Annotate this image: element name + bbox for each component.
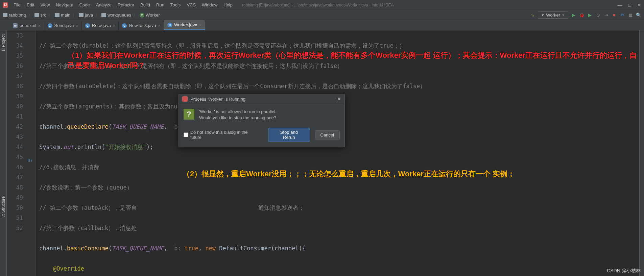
dialog-message: 'Worker' is not allowed to run in parall… [199,109,277,121]
process-running-dialog: Process 'Worker' Is Running ✕ ? 'Worker'… [178,94,345,147]
dont-show-checkbox[interactable]: Do not show this dialog in the future [184,130,259,140]
run-config-selector[interactable]: ▾ Worker ▾ [538,11,568,19]
close-icon[interactable]: × [199,23,201,27]
stop-icon[interactable]: ■ [612,12,617,18]
project-structure-icon[interactable]: ▦ [628,12,633,18]
attach-icon[interactable]: ⇥ [603,12,609,18]
crumb-root[interactable]: rabbitmq [3,12,26,18]
menu-file[interactable]: File [11,1,23,9]
tab-recv[interactable]: CRecv.java× [82,21,119,30]
close-icon[interactable]: ✕ [637,2,641,8]
menu-analyze[interactable]: Analyze [93,1,114,9]
maximize-icon[interactable]: □ [628,2,631,8]
menu-tools[interactable]: Tools [168,1,183,9]
menu-navigate[interactable]: Navigate [53,1,76,9]
menu-bar: File Edit View Navigate Code Analyze Ref… [11,1,235,9]
question-icon: ? [184,109,194,120]
app-icon [182,96,188,102]
nav-bar: rabbitmq〉 src〉 main〉 java〉 workqueues〉 C… [0,10,644,20]
crumb-src[interactable]: src [34,12,46,18]
tool-project[interactable]: 1: Project [0,33,6,53]
menu-edit[interactable]: Edit [24,1,37,9]
editor-tabs: mpom.xml× CSend.java× CRecv.java× CNewTa… [0,20,644,30]
close-icon[interactable]: × [76,24,78,28]
tab-worker[interactable]: CWorker.java× [164,20,205,30]
crumb-main[interactable]: main [55,12,70,18]
crumb-pkg[interactable]: workqueues [101,12,131,18]
tab-newtask[interactable]: CNewTask.java× [119,21,164,30]
override-gutter-icon[interactable]: O↑ [28,155,32,166]
close-icon[interactable]: × [113,24,115,28]
run-config-label: Worker [546,12,560,18]
cancel-button[interactable]: Cancel [315,130,340,140]
crumb-java[interactable]: java [79,12,93,18]
line-number-gutter: 3334353637383940414243444546474849505152 [7,30,27,276]
left-tool-gutter: 1: Project 7: Structure [0,30,7,276]
tab-pom[interactable]: mpom.xml× [9,21,44,30]
watermark: CSDN @小桔林 [607,268,641,274]
dialog-title-text: Process 'Worker' Is Running [190,97,245,102]
minimize-icon[interactable]: — [618,2,622,8]
stop-and-rerun-button[interactable]: Stop and Rerun [268,128,310,142]
run-icon[interactable]: ▶ [571,12,576,18]
close-icon[interactable]: ✕ [337,96,341,102]
menu-help[interactable]: Help [221,1,235,9]
build-icon[interactable]: ↘ [530,12,535,18]
chevron-down-icon: ▾ [542,12,544,18]
tab-send[interactable]: CSend.java× [44,21,82,30]
close-icon[interactable]: × [158,24,160,28]
search-icon[interactable]: 🔍 [636,12,641,18]
menu-code[interactable]: Code [77,1,93,9]
fold-gutter[interactable] [27,30,36,276]
app-icon: IJ [3,2,8,8]
annotation-1: （1）如果我们在Worker正在运行的时候，再次运行Worker类（心里的想法是… [68,50,644,71]
debug-icon[interactable]: 🐞 [579,12,585,18]
menu-build[interactable]: Build [138,1,153,9]
dialog-title-bar[interactable]: Process 'Worker' Is Running ✕ [179,94,344,104]
close-icon[interactable]: × [38,24,40,28]
coverage-icon[interactable]: ▶ [587,12,593,18]
breadcrumb: rabbitmq〉 src〉 main〉 java〉 workqueues〉 C… [3,12,160,18]
window-controls: — □ ✕ [618,2,641,8]
title-bar: IJ File Edit View Navigate Code Analyze … [0,0,644,10]
menu-window[interactable]: Window [199,1,220,9]
menu-refactor[interactable]: Refactor [115,1,137,9]
menu-vcs[interactable]: VCS [184,1,198,9]
menu-view[interactable]: View [38,1,52,9]
update-icon[interactable]: ⟳ [620,12,625,18]
crumb-class[interactable]: CWorker [140,12,160,18]
annotation-2: （2）很显然，重启Worker没用；；；无论怎么重启，重启几次，Worker正在… [183,169,515,179]
menu-run[interactable]: Run [153,1,167,9]
profile-icon[interactable]: ⊙ [595,12,601,18]
window-title-path: rabbitmq [E:\java\rabbitmq] - ...\src\ma… [242,3,618,7]
tool-structure[interactable]: 7: Structure [0,195,6,219]
